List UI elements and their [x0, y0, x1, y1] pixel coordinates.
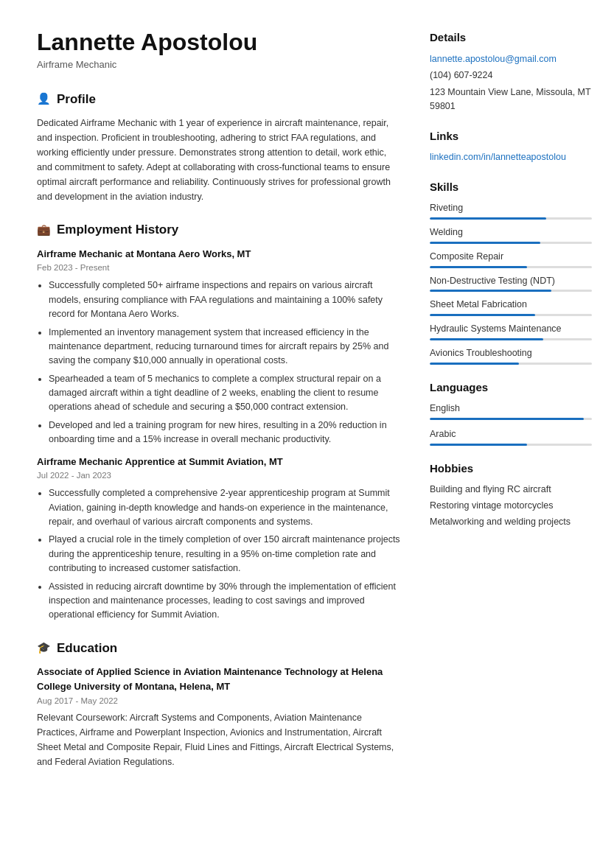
lang-item-1: Arabic [430, 427, 592, 446]
skill-bar-fill-4 [430, 314, 535, 316]
profile-icon: 👤 [37, 91, 51, 108]
skill-label-0: Riveting [430, 201, 592, 215]
skill-bar-bg-1 [430, 242, 592, 244]
employment-section: 💼 Employment History Airframe Mechanic a… [37, 220, 400, 623]
skills-section: Skills Riveting Welding Composite Repair… [430, 179, 592, 365]
skill-item-5: Hydraulic Systems Maintenance [430, 322, 592, 340]
skill-label-3: Non-Destructive Testing (NDT) [430, 274, 592, 288]
job-2-bullet-3: Assisted in reducing aircraft downtime b… [49, 580, 400, 623]
hobby-item-1: Restoring vintage motorcycles [430, 499, 592, 513]
skill-bar-fill-5 [430, 338, 543, 340]
education-heading: 🎓 Education [37, 639, 400, 658]
job-1-bullet-3: Spearheaded a team of 5 mechanics to com… [49, 372, 400, 415]
job-2-date: Jul 2022 - Jan 2023 [37, 469, 400, 482]
candidate-name: Lannette Apostolou [37, 29, 400, 55]
skill-bar-fill-0 [430, 217, 546, 220]
skill-bar-fill-2 [430, 266, 527, 268]
email-link[interactable]: lannette.apostolou@gmail.com [430, 52, 592, 66]
lang-label-0: English [430, 402, 592, 416]
skill-bar-fill-3 [430, 290, 551, 292]
details-heading: Details [430, 29, 592, 46]
employment-heading: 💼 Employment History [37, 220, 400, 239]
skill-bar-bg-3 [430, 290, 592, 292]
skill-label-2: Composite Repair [430, 250, 592, 264]
edu-1-date: Aug 2017 - May 2022 [37, 695, 400, 707]
job-2-bullet-2: Played a crucial role in the timely comp… [49, 533, 400, 575]
job-1: Airframe Mechanic at Montana Aero Works,… [37, 247, 400, 447]
employment-icon: 💼 [37, 222, 51, 239]
skill-item-6: Avionics Troubleshooting [430, 346, 592, 365]
languages-section: Languages English Arabic [430, 379, 592, 446]
skill-item-1: Welding [430, 225, 592, 244]
hobbies-section: Hobbies Building and flying RC aircraftR… [430, 461, 592, 529]
skills-heading: Skills [430, 179, 592, 196]
job-1-bullet-4: Developed and led a training program for… [49, 419, 400, 447]
skill-item-3: Non-Destructive Testing (NDT) [430, 274, 592, 293]
skill-label-5: Hydraulic Systems Maintenance [430, 322, 592, 336]
hobbies-list: Building and flying RC aircraftRestoring… [430, 483, 592, 528]
lang-bar-fill-0 [430, 418, 584, 420]
skills-list: Riveting Welding Composite Repair Non-De… [430, 201, 592, 364]
hobbies-heading: Hobbies [430, 461, 592, 477]
header: Lannette Apostolou Airframe Mechanic [37, 29, 400, 72]
details-section: Details lannette.apostolou@gmail.com (10… [430, 29, 592, 113]
hobby-item-0: Building and flying RC aircraft [430, 483, 592, 497]
left-column: Lannette Apostolou Airframe Mechanic 👤 P… [37, 29, 400, 785]
address: 123 Mountain View Lane, Missoula, MT 598… [430, 85, 592, 113]
page: Lannette Apostolou Airframe Mechanic 👤 P… [0, 0, 614, 815]
skill-bar-fill-1 [430, 242, 540, 244]
edu-1-text: Relevant Coursework: Aircraft Systems an… [37, 710, 400, 769]
lang-bar-fill-1 [430, 444, 527, 446]
edu-entry-1: Associate of Applied Science in Aviation… [37, 665, 400, 769]
languages-heading: Languages [430, 379, 592, 396]
skill-label-4: Sheet Metal Fabrication [430, 298, 592, 312]
skill-bar-bg-5 [430, 338, 592, 340]
job-2-bullets: Successfully completed a comprehensive 2… [37, 486, 400, 622]
profile-heading: 👤 Profile [37, 90, 400, 109]
skill-item-0: Riveting [430, 201, 592, 220]
skill-item-4: Sheet Metal Fabrication [430, 298, 592, 316]
skill-label-6: Avionics Troubleshooting [430, 346, 592, 360]
skill-bar-bg-4 [430, 314, 592, 316]
education-icon: 🎓 [37, 640, 51, 657]
job-2: Airframe Mechanic Apprentice at Summit A… [37, 455, 400, 623]
links-section: Links linkedin.com/in/lannetteapostolou [430, 128, 592, 164]
job-1-bullet-1: Successfully completed 50+ airframe insp… [49, 279, 400, 321]
skill-bar-fill-6 [430, 363, 519, 365]
right-column: Details lannette.apostolou@gmail.com (10… [430, 29, 592, 785]
job-1-bullets: Successfully completed 50+ airframe insp… [37, 279, 400, 447]
links-heading: Links [430, 128, 592, 145]
candidate-title: Airframe Mechanic [37, 57, 400, 72]
phone-number: (104) 607-9224 [430, 69, 592, 83]
skill-label-1: Welding [430, 225, 592, 239]
lang-bar-bg-0 [430, 418, 592, 420]
linkedin-link[interactable]: linkedin.com/in/lannetteapostolou [430, 150, 592, 164]
skill-bar-bg-0 [430, 217, 592, 220]
job-2-title: Airframe Mechanic Apprentice at Summit A… [37, 455, 400, 469]
lang-label-1: Arabic [430, 427, 592, 441]
job-1-bullet-2: Implemented an inventory management syst… [49, 326, 400, 368]
edu-1-title: Associate of Applied Science in Aviation… [37, 665, 400, 693]
lang-bar-bg-1 [430, 444, 592, 446]
profile-text: Dedicated Airframe Mechanic with 1 year … [37, 116, 400, 204]
job-1-title: Airframe Mechanic at Montana Aero Works,… [37, 247, 400, 262]
education-section: 🎓 Education Associate of Applied Science… [37, 639, 400, 770]
profile-section: 👤 Profile Dedicated Airframe Mechanic wi… [37, 90, 400, 205]
lang-item-0: English [430, 402, 592, 420]
skill-bar-bg-6 [430, 363, 592, 365]
skill-bar-bg-2 [430, 266, 592, 268]
job-1-date: Feb 2023 - Present [37, 262, 400, 274]
skill-item-2: Composite Repair [430, 250, 592, 268]
hobby-item-2: Metalworking and welding projects [430, 515, 592, 529]
job-2-bullet-1: Successfully completed a comprehensive 2… [49, 486, 400, 529]
languages-list: English Arabic [430, 402, 592, 446]
